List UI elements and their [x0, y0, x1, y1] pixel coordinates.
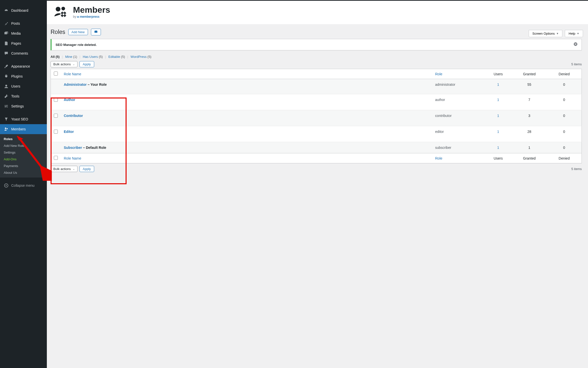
help-button[interactable]: Help ▼ — [565, 30, 583, 37]
filter-wordpress[interactable]: WordPress — [131, 55, 147, 59]
col-role[interactable]: Role — [432, 69, 485, 79]
roles-table: Role Name Role Users Granted Denied Admi… — [51, 69, 582, 163]
sidebar-subitem-add-ons[interactable]: Add-Ons — [0, 156, 47, 163]
sidebar-item-comments[interactable]: Comments — [0, 48, 47, 58]
media-icon — [4, 31, 9, 36]
close-icon — [574, 42, 578, 46]
col-role[interactable]: Role — [432, 153, 485, 163]
plugin-title: Members — [73, 5, 110, 14]
bulk-actions-select-bottom[interactable]: Bulk actions ⌄ — [51, 166, 77, 172]
role-slug: contributor — [432, 110, 485, 126]
sidebar-item-label: Appearance — [11, 64, 30, 68]
sidebar-subitem-roles[interactable]: Roles — [0, 136, 47, 142]
role-slug: editor — [432, 126, 485, 142]
sidebar-item-label: Posts — [11, 21, 20, 25]
role-name-link[interactable]: Contributor — [64, 114, 83, 118]
sidebar-item-label: Plugins — [11, 74, 23, 78]
svg-rect-9 — [63, 16, 64, 17]
table-row: Editoreditor1280 — [51, 126, 582, 142]
sidebar-item-members[interactable]: Members — [0, 124, 47, 134]
sidebar-item-media[interactable]: Media — [0, 28, 47, 38]
sidebar-item-tools[interactable]: Tools — [0, 91, 47, 101]
role-name-link[interactable]: Author — [64, 98, 75, 102]
col-users: Users — [485, 69, 512, 79]
table-row: Contributorcontributor130 — [51, 110, 582, 126]
items-count: 5 items — [571, 62, 582, 66]
dashboard-icon — [4, 8, 9, 13]
page-title: Roles — [51, 29, 65, 35]
apply-bulk-button-bottom[interactable]: Apply — [79, 166, 94, 172]
users-count-link[interactable]: 1 — [497, 98, 499, 102]
row-checkbox[interactable] — [54, 114, 58, 118]
role-name-link[interactable]: Editor — [64, 130, 74, 134]
col-denied: Denied — [547, 153, 582, 163]
sidebar-item-label: Members — [11, 127, 26, 131]
members-logo-icon — [53, 6, 69, 18]
col-denied: Denied — [547, 69, 582, 79]
users-count-link[interactable]: 1 — [497, 114, 499, 118]
filter-mine[interactable]: Mine — [65, 55, 72, 59]
users-count-link[interactable]: 1 — [497, 146, 499, 150]
sidebar-item-settings[interactable]: Settings — [0, 101, 47, 111]
sidebar-item-users[interactable]: Users — [0, 81, 47, 91]
col-granted: Granted — [512, 153, 547, 163]
sidebar-subitem-settings[interactable]: Settings — [0, 149, 47, 156]
col-role-name[interactable]: Role Name — [61, 153, 432, 163]
row-checkbox[interactable] — [54, 98, 58, 102]
caret-down-icon: ▼ — [577, 32, 579, 35]
collapse-icon — [4, 183, 9, 188]
sidebar-item-label: Settings — [11, 104, 24, 108]
notice-message: SEO Manager role deleted. — [56, 43, 97, 47]
sidebar-item-label: Dashboard — [11, 8, 28, 12]
sidebar-subitem-about-us[interactable]: About Us — [0, 169, 47, 176]
screen-options-button[interactable]: Screen Options ▼ — [529, 30, 563, 37]
denied-count: 0 — [547, 79, 582, 94]
sidebar-item-pages[interactable]: Pages — [0, 38, 47, 48]
inbox-icon — [94, 30, 98, 33]
pin-icon — [4, 21, 9, 26]
select-all-checkbox[interactable] — [54, 72, 58, 76]
sidebar-item-posts[interactable]: Posts — [0, 18, 47, 28]
col-role-name[interactable]: Role Name — [61, 69, 432, 79]
dismiss-notice-button[interactable] — [574, 42, 578, 47]
screen-meta-links: Screen Options ▼ Help ▼ — [529, 30, 583, 37]
sidebar-collapse[interactable]: Collapse menu — [0, 181, 47, 190]
sidebar-item-dashboard[interactable]: Dashboard — [0, 5, 47, 15]
sidebar-item-yoast-seo[interactable]: Yoast SEO — [0, 114, 47, 124]
sidebar-item-appearance[interactable]: Appearance — [0, 61, 47, 71]
select-all-checkbox-footer[interactable] — [54, 156, 58, 160]
apply-bulk-button[interactable]: Apply — [79, 61, 94, 67]
sidebar-item-label: Yoast SEO — [11, 117, 28, 121]
bulk-actions-select[interactable]: Bulk actions ⌄ — [51, 61, 77, 67]
filter-has-users[interactable]: Has Users — [83, 55, 98, 59]
members-icon — [4, 127, 9, 132]
inbox-button[interactable] — [91, 29, 101, 35]
table-row: Administrator – Your Roleadministrator15… — [51, 79, 582, 94]
role-name-link[interactable]: Administrator — [64, 83, 87, 87]
sidebar-subitem-add-new-role[interactable]: Add New Role — [0, 142, 47, 149]
svg-point-7 — [63, 13, 65, 15]
filter-all[interactable]: All (5) — [51, 55, 60, 59]
sidebar-item-plugins[interactable]: Plugins — [0, 71, 47, 81]
role-suffix: – Default Role — [82, 146, 106, 150]
role-suffix: – Your Role — [87, 83, 107, 87]
plugin-byline: by ⲙ memberpress — [73, 14, 110, 19]
granted-count: 3 — [512, 110, 547, 126]
role-slug: administrator — [432, 79, 485, 94]
sidebar-item-label: Users — [11, 84, 20, 88]
role-slug: author — [432, 94, 485, 110]
chevron-down-icon: ⌄ — [73, 168, 75, 170]
denied-count: 0 — [547, 94, 582, 110]
users-count-link[interactable]: 1 — [497, 83, 499, 87]
sidebar-subitem-payments[interactable]: Payments — [0, 163, 47, 169]
sidebar-submenu: Roles Add New Role Settings Add-Ons Paym… — [0, 134, 47, 178]
filter-editable[interactable]: Editable — [108, 55, 120, 59]
users-count-link[interactable]: 1 — [497, 130, 499, 134]
plugin-banner: Members by ⲙ memberpress — [47, 0, 588, 24]
svg-rect-10 — [60, 13, 62, 15]
add-new-button[interactable]: Add New — [68, 29, 88, 35]
row-checkbox[interactable] — [54, 130, 58, 134]
role-name-link[interactable]: Subscriber — [64, 146, 82, 150]
role-filters: All (5) | Mine (1) | Has Users (5) | Edi… — [51, 55, 582, 59]
sidebar-item-label: Tools — [11, 94, 19, 98]
